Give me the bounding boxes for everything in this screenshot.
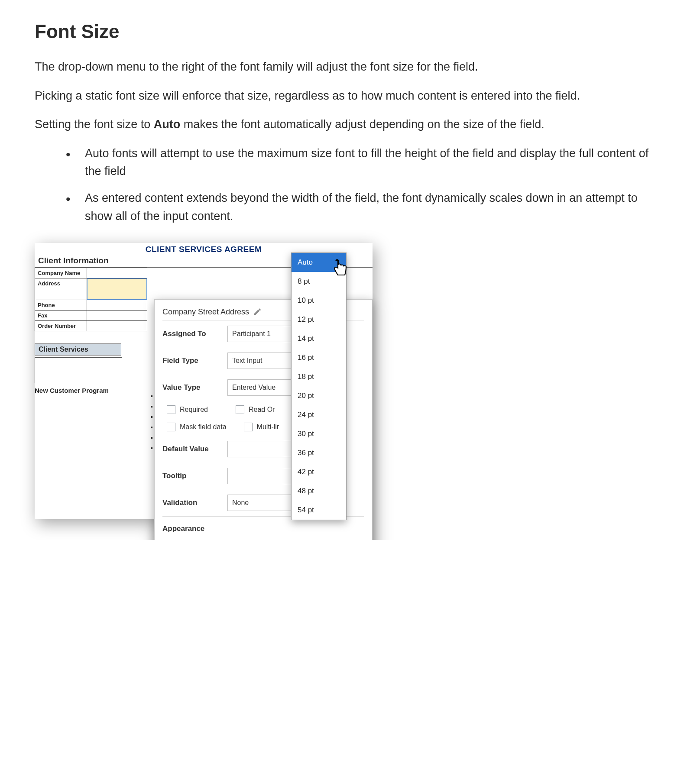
document-label: New Customer Program: [35, 387, 121, 395]
checkbox-icon: [244, 423, 253, 431]
assigned-to-select[interactable]: Participant 1: [227, 326, 297, 342]
validation-select[interactable]: None: [227, 495, 297, 511]
value-type-select[interactable]: Entered Value: [227, 379, 297, 396]
font-size-option[interactable]: 14 pt: [292, 329, 346, 348]
table-label: Address: [35, 278, 87, 300]
body-paragraph: Setting the font size to Auto makes the …: [35, 116, 665, 133]
bullet-item: Auto fonts will attempt to use the maxim…: [66, 145, 665, 181]
font-size-dropdown[interactable]: Auto 8 pt 10 pt 12 pt 14 pt 16 pt 18 pt …: [291, 252, 347, 520]
resize-handles: [151, 395, 152, 449]
required-checkbox[interactable]: Required: [167, 405, 208, 414]
section-heading: Font Size: [35, 21, 665, 42]
table-label: Phone: [35, 300, 87, 310]
cursor-pointer-icon: [332, 259, 350, 278]
table-label: Order Number: [35, 320, 87, 331]
checkbox-label: Required: [180, 406, 208, 414]
checkbox-label: Mask field data: [180, 423, 227, 431]
bullet-item: As entered content extends beyond the wi…: [66, 189, 665, 226]
checkbox-icon: [236, 405, 244, 414]
document-block: [35, 357, 122, 383]
checkbox-label: Multi-lir: [257, 423, 279, 431]
body-text-bold: Auto: [154, 118, 180, 131]
font-size-option[interactable]: 10 pt: [292, 291, 346, 310]
edit-name-icon[interactable]: [253, 308, 261, 316]
tooltip-label: Tooltip: [162, 472, 227, 480]
table-label: Fax: [35, 310, 87, 320]
body-paragraph: The drop-down menu to the right of the f…: [35, 58, 665, 76]
multiline-checkbox[interactable]: Multi-lir: [244, 423, 279, 431]
assigned-to-label: Assigned To: [162, 330, 227, 338]
readonly-checkbox[interactable]: Read Or: [236, 405, 275, 414]
validation-label: Validation: [162, 498, 227, 507]
font-size-option[interactable]: 12 pt: [292, 310, 346, 329]
font-size-option[interactable]: 16 pt: [292, 348, 346, 367]
default-value-input[interactable]: [227, 441, 301, 457]
font-size-option[interactable]: 30 pt: [292, 424, 346, 443]
checkbox-icon: [167, 405, 175, 414]
font-size-option[interactable]: 42 pt: [292, 463, 346, 482]
field-type-select[interactable]: Text Input: [227, 353, 297, 369]
body-text-fragment: Setting the font size to: [35, 118, 154, 131]
mask-checkbox[interactable]: Mask field data: [167, 423, 227, 431]
selected-field[interactable]: [87, 278, 147, 300]
checkbox-label: Read Or: [249, 406, 275, 414]
bullet-list: Auto fonts will attempt to use the maxim…: [35, 145, 665, 226]
font-size-option[interactable]: 20 pt: [292, 386, 346, 405]
tooltip-input[interactable]: [227, 468, 301, 484]
font-size-option[interactable]: 36 pt: [292, 443, 346, 463]
default-value-label: Default Value: [162, 445, 227, 453]
field-type-label: Field Type: [162, 356, 227, 365]
field-name-label: Company Street Address: [162, 307, 249, 317]
font-size-option[interactable]: 54 pt: [292, 501, 346, 520]
document-section-heading: Client Services: [35, 343, 121, 356]
value-type-label: Value Type: [162, 383, 227, 392]
body-text-fragment: makes the font automatically adjust depe…: [180, 118, 544, 131]
embedded-screenshot: Auto 8 pt 10 pt 12 pt 14 pt 16 pt 18 pt …: [35, 243, 373, 519]
client-info-table: Company Name Address Phone Fax Order Num…: [35, 268, 147, 331]
font-size-option[interactable]: 48 pt: [292, 482, 346, 501]
checkbox-icon: [167, 423, 175, 431]
font-size-option[interactable]: 18 pt: [292, 367, 346, 386]
font-size-option[interactable]: 24 pt: [292, 405, 346, 424]
body-paragraph: Picking a static font size will enforce …: [35, 87, 665, 105]
table-label: Company Name: [35, 268, 87, 278]
